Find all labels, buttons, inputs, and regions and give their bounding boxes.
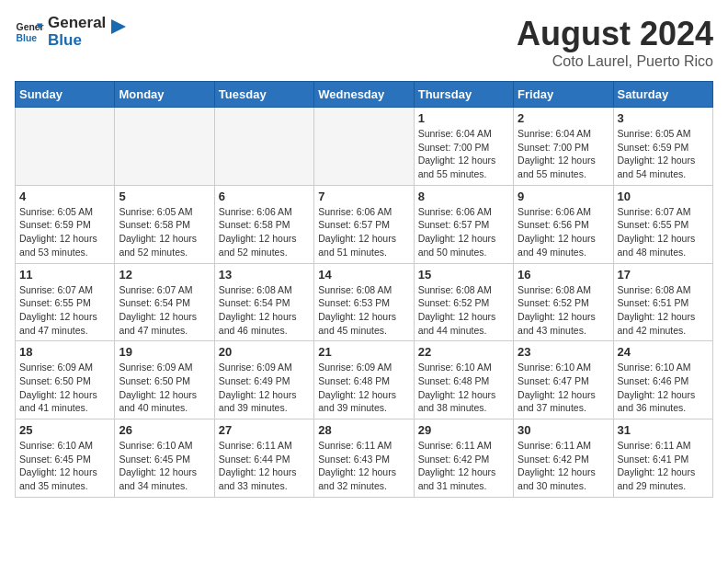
calendar-cell [16,108,115,186]
day-info: Sunrise: 6:08 AM Sunset: 6:54 PM Dayligh… [219,283,310,338]
calendar-cell: 3Sunrise: 6:05 AM Sunset: 6:59 PM Daylig… [613,108,712,186]
day-number: 20 [219,345,310,359]
month-year: August 2024 [517,15,713,53]
calendar-cell: 8Sunrise: 6:06 AM Sunset: 6:57 PM Daylig… [414,185,513,263]
calendar-cell: 12Sunrise: 6:07 AM Sunset: 6:54 PM Dayli… [115,263,214,341]
weekday-header-monday: Monday [115,82,214,108]
day-number: 21 [318,345,409,359]
day-info: Sunrise: 6:05 AM Sunset: 6:59 PM Dayligh… [19,205,110,259]
week-row-5: 25Sunrise: 6:10 AM Sunset: 6:45 PM Dayli… [16,419,713,498]
day-number: 17 [618,268,709,282]
day-info: Sunrise: 6:08 AM Sunset: 6:52 PM Dayligh… [518,283,609,338]
day-info: Sunrise: 6:10 AM Sunset: 6:47 PM Dayligh… [518,361,609,415]
day-number: 25 [19,423,110,437]
calendar-cell: 1Sunrise: 6:04 AM Sunset: 7:00 PM Daylig… [414,108,513,186]
calendar-cell: 30Sunrise: 6:11 AM Sunset: 6:42 PM Dayli… [514,419,613,498]
day-info: Sunrise: 6:09 AM Sunset: 6:49 PM Dayligh… [219,361,310,415]
calendar-cell: 20Sunrise: 6:09 AM Sunset: 6:49 PM Dayli… [214,341,313,419]
calendar-cell: 13Sunrise: 6:08 AM Sunset: 6:54 PM Dayli… [214,263,313,341]
week-row-1: 1Sunrise: 6:04 AM Sunset: 7:00 PM Daylig… [16,108,713,186]
calendar-cell: 16Sunrise: 6:08 AM Sunset: 6:52 PM Dayli… [514,263,613,341]
calendar-cell: 9Sunrise: 6:06 AM Sunset: 6:56 PM Daylig… [514,185,613,263]
day-number: 19 [119,345,210,359]
day-number: 10 [618,190,709,203]
day-info: Sunrise: 6:08 AM Sunset: 6:51 PM Dayligh… [618,283,709,338]
day-number: 28 [318,423,409,437]
calendar-cell: 5Sunrise: 6:05 AM Sunset: 6:58 PM Daylig… [115,185,214,263]
calendar-cell: 6Sunrise: 6:06 AM Sunset: 6:58 PM Daylig… [214,185,313,263]
day-info: Sunrise: 6:10 AM Sunset: 6:45 PM Dayligh… [19,439,110,493]
day-number: 24 [618,345,709,359]
day-info: Sunrise: 6:08 AM Sunset: 6:53 PM Dayligh… [318,283,409,338]
day-info: Sunrise: 6:10 AM Sunset: 6:45 PM Dayligh… [119,439,210,493]
day-number: 5 [119,190,210,203]
calendar-cell: 19Sunrise: 6:09 AM Sunset: 6:50 PM Dayli… [115,341,214,419]
day-number: 27 [219,423,310,437]
day-info: Sunrise: 6:06 AM Sunset: 6:56 PM Dayligh… [518,205,609,259]
day-number: 16 [518,268,609,282]
calendar-cell: 17Sunrise: 6:08 AM Sunset: 6:51 PM Dayli… [613,263,712,341]
svg-marker-3 [111,19,126,34]
location: Coto Laurel, Puerto Rico [517,53,713,70]
weekday-header-tuesday: Tuesday [214,82,313,108]
day-info: Sunrise: 6:07 AM Sunset: 6:55 PM Dayligh… [19,283,110,338]
week-row-3: 11Sunrise: 6:07 AM Sunset: 6:55 PM Dayli… [16,263,713,341]
day-info: Sunrise: 6:06 AM Sunset: 6:57 PM Dayligh… [418,205,509,259]
day-info: Sunrise: 6:04 AM Sunset: 7:00 PM Dayligh… [418,127,509,181]
logo-general: General [48,15,106,32]
logo-icon: General Blue [15,17,44,47]
day-number: 12 [119,268,210,282]
logo: General Blue General Blue [15,15,128,49]
calendar-cell [214,108,313,186]
calendar-cell [115,108,214,186]
day-info: Sunrise: 6:07 AM Sunset: 6:54 PM Dayligh… [119,283,210,338]
calendar-cell: 22Sunrise: 6:10 AM Sunset: 6:48 PM Dayli… [414,341,513,419]
day-number: 13 [219,268,310,282]
day-number: 31 [618,423,709,437]
calendar-cell: 15Sunrise: 6:08 AM Sunset: 6:52 PM Dayli… [414,263,513,341]
calendar-cell: 18Sunrise: 6:09 AM Sunset: 6:50 PM Dayli… [16,341,115,419]
day-number: 22 [418,345,509,359]
logo-blue: Blue [48,32,106,50]
weekday-header-wednesday: Wednesday [314,82,414,108]
day-number: 11 [19,268,110,282]
day-number: 3 [618,111,709,125]
week-row-4: 18Sunrise: 6:09 AM Sunset: 6:50 PM Dayli… [16,341,713,419]
day-number: 26 [119,423,210,437]
day-number: 23 [518,345,609,359]
day-number: 9 [518,190,609,203]
weekday-header-thursday: Thursday [414,82,513,108]
day-info: Sunrise: 6:06 AM Sunset: 6:57 PM Dayligh… [318,205,409,259]
day-number: 7 [318,190,409,203]
calendar-cell: 28Sunrise: 6:11 AM Sunset: 6:43 PM Dayli… [314,419,414,498]
weekday-header-row: SundayMondayTuesdayWednesdayThursdayFrid… [16,82,713,108]
day-number: 2 [518,111,609,125]
calendar-cell: 7Sunrise: 6:06 AM Sunset: 6:57 PM Daylig… [314,185,414,263]
day-number: 6 [219,190,310,203]
day-info: Sunrise: 6:11 AM Sunset: 6:44 PM Dayligh… [219,439,310,493]
calendar-cell: 21Sunrise: 6:09 AM Sunset: 6:48 PM Dayli… [314,341,414,419]
calendar-cell [314,108,414,186]
day-info: Sunrise: 6:07 AM Sunset: 6:55 PM Dayligh… [618,205,709,259]
day-number: 29 [418,423,509,437]
calendar-cell: 26Sunrise: 6:10 AM Sunset: 6:45 PM Dayli… [115,419,214,498]
day-number: 30 [518,423,609,437]
calendar-cell: 27Sunrise: 6:11 AM Sunset: 6:44 PM Dayli… [214,419,313,498]
logo-flag-icon [109,19,128,45]
weekday-header-saturday: Saturday [613,82,712,108]
calendar: SundayMondayTuesdayWednesdayThursdayFrid… [15,81,713,498]
day-info: Sunrise: 6:10 AM Sunset: 6:46 PM Dayligh… [618,361,709,415]
day-info: Sunrise: 6:11 AM Sunset: 6:43 PM Dayligh… [318,439,409,493]
day-info: Sunrise: 6:05 AM Sunset: 6:58 PM Dayligh… [119,205,210,259]
calendar-cell: 29Sunrise: 6:11 AM Sunset: 6:42 PM Dayli… [414,419,513,498]
day-number: 4 [19,190,110,203]
calendar-cell: 11Sunrise: 6:07 AM Sunset: 6:55 PM Dayli… [16,263,115,341]
day-number: 18 [19,345,110,359]
weekday-header-sunday: Sunday [16,82,115,108]
header: General Blue General Blue August 2024 Co… [15,15,713,70]
day-info: Sunrise: 6:08 AM Sunset: 6:52 PM Dayligh… [418,283,509,338]
day-info: Sunrise: 6:04 AM Sunset: 7:00 PM Dayligh… [518,127,609,181]
day-info: Sunrise: 6:09 AM Sunset: 6:50 PM Dayligh… [19,361,110,415]
day-info: Sunrise: 6:11 AM Sunset: 6:41 PM Dayligh… [618,439,709,493]
week-row-2: 4Sunrise: 6:05 AM Sunset: 6:59 PM Daylig… [16,185,713,263]
